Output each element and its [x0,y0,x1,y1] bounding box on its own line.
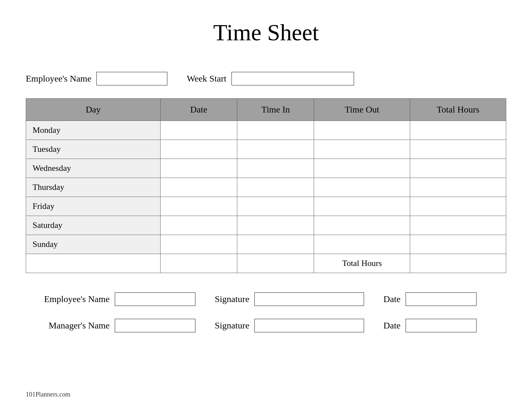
week-start-input[interactable] [232,72,354,85]
total-empty-cell [26,254,161,273]
time-out-cell[interactable] [314,140,410,159]
week-start-label: Week Start [187,73,226,84]
total-value-cell[interactable] [410,254,506,273]
table-row: Friday [26,197,506,216]
total-hours-cell[interactable] [410,159,506,178]
day-cell: Friday [26,197,161,216]
date-cell[interactable] [160,216,237,235]
top-fields-row: Employee's Name Week Start [26,72,506,85]
day-cell: Monday [26,121,161,140]
time-in-cell[interactable] [237,140,314,159]
table-row: Thursday [26,178,506,197]
time-in-cell[interactable] [237,121,314,140]
time-in-cell[interactable] [237,178,314,197]
table-header-row: Day Date Time In Time Out Total Hours [26,99,506,121]
day-cell: Saturday [26,216,161,235]
day-cell: Tuesday [26,140,161,159]
time-out-cell[interactable] [314,121,410,140]
date-cell[interactable] [160,159,237,178]
total-hours-cell[interactable] [410,235,506,254]
table-row: Sunday [26,235,506,254]
header-day: Day [26,99,161,121]
total-empty-cell [237,254,314,273]
manager-signature-label: Signature [215,320,249,331]
time-out-cell[interactable] [314,178,410,197]
header-time-out: Time Out [314,99,410,121]
employee-date-label: Date [383,294,400,304]
time-in-cell[interactable] [237,197,314,216]
date-cell[interactable] [160,197,237,216]
table-row: Saturday [26,216,506,235]
bottom-fields: Employee's Name Signature Date Manager's… [26,292,506,332]
watermark: 101Planners.com [26,391,70,398]
manager-name-label: Manager's Name [26,320,110,331]
table-row: Tuesday [26,140,506,159]
time-out-cell[interactable] [314,159,410,178]
total-summary-row: Total Hours [26,254,506,273]
manager-date-input[interactable] [406,319,477,332]
date-cell[interactable] [160,140,237,159]
date-cell[interactable] [160,121,237,140]
employee-signature-input[interactable] [254,292,364,306]
time-out-cell[interactable] [314,197,410,216]
time-in-cell[interactable] [237,216,314,235]
employee-name-label-top: Employee's Name [26,73,91,84]
total-label-cell: Total Hours [314,254,410,273]
date-cell[interactable] [160,235,237,254]
employee-date-input[interactable] [406,292,477,306]
header-time-in: Time In [237,99,314,121]
table-row: Monday [26,121,506,140]
table-row: Wednesday [26,159,506,178]
total-empty-cell [160,254,237,273]
page-title: Time Sheet [26,19,506,46]
manager-date-label: Date [383,320,400,331]
total-hours-cell[interactable] [410,197,506,216]
total-hours-cell[interactable] [410,178,506,197]
day-cell: Thursday [26,178,161,197]
total-hours-cell[interactable] [410,216,506,235]
manager-signature-row: Manager's Name Signature Date [26,319,506,332]
time-in-cell[interactable] [237,159,314,178]
manager-name-input[interactable] [115,319,195,332]
time-in-cell[interactable] [237,235,314,254]
employee-signature-label: Signature [215,294,249,304]
time-out-cell[interactable] [314,216,410,235]
employee-name-label-bottom: Employee's Name [26,294,110,304]
total-hours-cell[interactable] [410,140,506,159]
day-cell: Wednesday [26,159,161,178]
header-total-hours: Total Hours [410,99,506,121]
header-date: Date [160,99,237,121]
time-out-cell[interactable] [314,235,410,254]
total-hours-cell[interactable] [410,121,506,140]
date-cell[interactable] [160,178,237,197]
manager-signature-input[interactable] [254,319,364,332]
employee-name-input-top[interactable] [96,72,167,85]
employee-signature-row: Employee's Name Signature Date [26,292,506,306]
timesheet-table: Day Date Time In Time Out Total Hours Mo… [26,98,506,273]
employee-name-input-bottom[interactable] [115,292,195,306]
page: Time Sheet Employee's Name Week Start Da… [0,0,532,411]
day-cell: Sunday [26,235,161,254]
